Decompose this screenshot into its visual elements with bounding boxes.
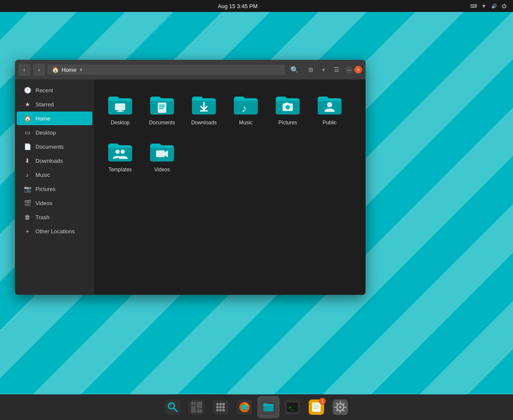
forward-button[interactable]: › (33, 64, 45, 76)
folder-downloads[interactable]: Downloads (185, 86, 223, 130)
folder-icon-videos (148, 137, 176, 164)
folder-icon-desktop (106, 90, 134, 117)
taskbar-files[interactable] (257, 396, 280, 418)
sidebar-label-music: Music (35, 172, 50, 178)
svg-point-32 (216, 409, 219, 411)
folder-label-music: Music (239, 120, 252, 126)
taskbar-app-grid[interactable] (209, 396, 232, 418)
folder-desktop[interactable]: Desktop (101, 86, 139, 130)
taskbar-settings[interactable] (329, 396, 351, 418)
titlebar: ‹ › 🏠 Home ▼ 🔍 ⊞ ▼ ☰ — ✕ (15, 60, 366, 79)
folder-label-downloads: Downloads (191, 120, 216, 126)
svg-rect-45 (313, 406, 319, 407)
location-dropdown-arrow[interactable]: ▼ (79, 68, 83, 72)
folder-label-documents: Documents (149, 120, 175, 126)
svg-rect-46 (313, 408, 318, 409)
folder-icon-documents (148, 90, 176, 117)
notes-badge: 1 (319, 398, 326, 405)
folder-public[interactable]: Public (310, 86, 349, 130)
folder-templates[interactable]: Templates (101, 133, 139, 177)
svg-point-19 (169, 404, 172, 406)
pictures-icon: 📷 (24, 185, 31, 192)
view-dropdown-button[interactable]: ▼ (319, 63, 328, 76)
svg-rect-4 (159, 105, 165, 106)
sidebar-item-desktop[interactable]: ▭ Desktop (17, 126, 92, 139)
power-icon: ⏻ (501, 3, 508, 9)
svg-point-13 (115, 150, 120, 154)
svg-point-27 (219, 403, 222, 405)
other-locations-icon: + (24, 228, 31, 235)
sidebar-label-downloads: Downloads (35, 158, 63, 164)
sidebar-label-trash: Trash (35, 214, 50, 220)
folder-label-templates: Templates (109, 167, 132, 173)
network-icon: ▼ (481, 3, 487, 9)
volume-icon: 🔊 (491, 3, 498, 9)
toolbar-right: ⊞ ▼ ☰ — ✕ (304, 63, 362, 76)
view-toggle-button[interactable]: ⊞ (304, 63, 318, 76)
taskbar-firefox[interactable] (233, 396, 256, 418)
file-manager-window: ‹ › 🏠 Home ▼ 🔍 ⊞ ▼ ☰ — ✕ 🕐 Recent ★ (15, 60, 366, 295)
home-icon: 🏠 (52, 66, 59, 73)
documents-icon: 📄 (24, 143, 31, 150)
svg-rect-23 (197, 402, 202, 408)
svg-point-30 (219, 406, 222, 408)
sidebar: 🕐 Recent ★ Starred 🏠 Home ▭ Desktop 📄 Do… (15, 79, 94, 295)
folder-pictures[interactable]: Pictures (268, 86, 307, 130)
svg-rect-24 (197, 409, 202, 413)
svg-point-33 (219, 409, 222, 411)
downloads-sidebar-icon: ⬇ (24, 157, 31, 164)
svg-rect-7 (200, 110, 208, 112)
sidebar-item-music[interactable]: ♪ Music (17, 168, 92, 182)
folder-music[interactable]: ♪ Music (227, 86, 265, 130)
folder-documents[interactable]: Documents (143, 86, 181, 130)
folder-videos[interactable]: Videos (143, 133, 181, 177)
close-button[interactable]: ✕ (354, 66, 362, 73)
svg-text:>_: >_ (289, 405, 294, 410)
sidebar-label-other-locations: Other Locations (35, 228, 75, 235)
svg-rect-2 (117, 111, 124, 112)
folder-label-desktop: Desktop (111, 120, 130, 126)
minimize-button[interactable]: — (345, 66, 353, 73)
sidebar-label-home: Home (35, 115, 50, 122)
sidebar-item-downloads[interactable]: ⬇ Downloads (17, 154, 92, 167)
folder-label-public: Public (323, 120, 337, 126)
sidebar-item-trash[interactable]: 🗑 Trash (17, 210, 92, 224)
svg-rect-0 (115, 103, 125, 110)
svg-point-10 (286, 105, 290, 109)
sidebar-item-pictures[interactable]: 📷 Pictures (17, 182, 92, 196)
videos-icon: 🎬 (24, 200, 31, 206)
folder-label-videos: Videos (154, 167, 170, 173)
taskbar-terminal[interactable]: >_ (281, 396, 304, 418)
svg-rect-5 (159, 106, 165, 107)
sidebar-item-documents[interactable]: 📄 Documents (17, 140, 92, 153)
sidebar-item-recent[interactable]: 🕐 Recent (17, 83, 92, 97)
location-label: Home (62, 67, 77, 73)
taskbar-window-manager[interactable] (186, 396, 208, 418)
svg-rect-16 (165, 399, 180, 415)
home-sidebar-icon: 🏠 (24, 115, 31, 122)
folder-icon-public (316, 90, 343, 117)
taskbar-notes[interactable]: 1 (305, 396, 327, 418)
menu-button[interactable]: ☰ (330, 63, 343, 76)
sidebar-item-videos[interactable]: 🎬 Videos (17, 196, 92, 210)
music-icon: ♪ (24, 171, 31, 178)
sidebar-label-recent: Recent (35, 87, 53, 94)
sidebar-label-videos: Videos (35, 200, 53, 206)
taskbar-search[interactable] (162, 396, 184, 418)
folder-icon-pictures (274, 90, 301, 117)
back-button[interactable]: ‹ (18, 64, 30, 76)
sidebar-label-desktop: Desktop (35, 129, 56, 136)
svg-point-49 (339, 406, 342, 408)
folder-icon-music: ♪ (232, 90, 259, 117)
sidebar-label-documents: Documents (35, 144, 64, 150)
sidebar-item-home[interactable]: 🏠 Home (17, 112, 92, 125)
sidebar-item-other-locations[interactable]: + Other Locations (17, 224, 92, 238)
location-bar[interactable]: 🏠 Home ▼ (47, 65, 285, 75)
search-button[interactable]: 🔍 (288, 63, 301, 76)
folder-icon-templates (106, 137, 134, 164)
sidebar-item-starred[interactable]: ★ Starred (17, 97, 92, 111)
svg-rect-6 (159, 108, 163, 109)
svg-point-26 (216, 403, 219, 405)
svg-rect-11 (285, 103, 289, 104)
keyboard-icon: ⌨ (470, 3, 477, 9)
